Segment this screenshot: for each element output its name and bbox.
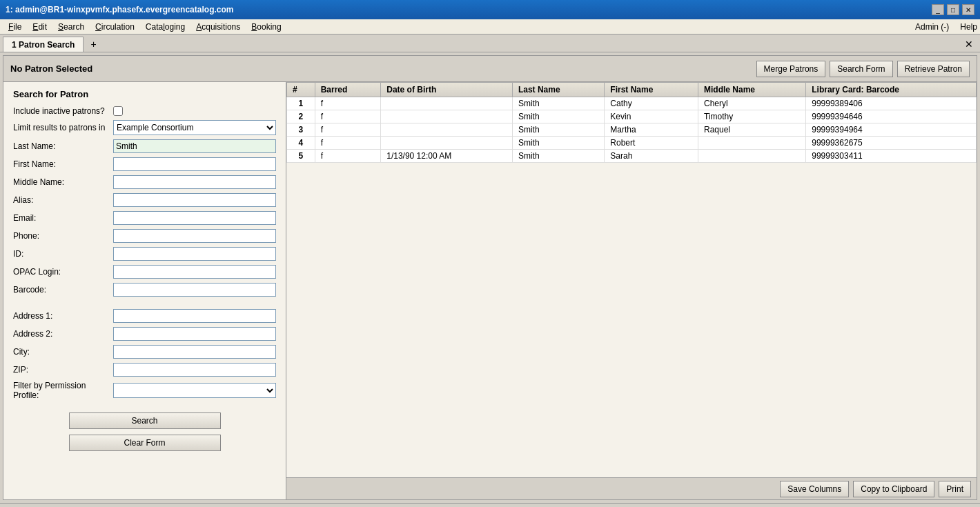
cell-middlename: Timothy [698, 110, 806, 123]
cell-barcode: 99999394964 [806, 123, 977, 137]
clear-form-button[interactable]: Clear Form [69, 435, 221, 451]
cell-barred: f [315, 150, 381, 163]
last-name-input[interactable] [113, 139, 276, 153]
tab-add-button[interactable]: + [85, 37, 101, 51]
cell-barred: f [315, 97, 381, 110]
alias-label: Alias: [13, 195, 113, 205]
admin-label[interactable]: Admin (-) [915, 22, 949, 32]
table-row[interactable]: 2 f Smith Kevin Timothy 99999394646 [287, 110, 977, 123]
menu-circulation[interactable]: Circulation [90, 21, 140, 32]
search-form-button[interactable]: Search Form [830, 61, 892, 77]
table-row[interactable]: 4 f Smith Robert 99999362675 [287, 137, 977, 150]
cell-firstname: Cathy [605, 97, 698, 110]
last-name-label: Last Name: [13, 141, 113, 151]
search-button[interactable]: Search [69, 412, 221, 429]
close-button[interactable]: ✕ [962, 4, 974, 15]
zip-row: ZIP: [13, 363, 276, 377]
results-table-container: # Barred Date of Birth Last Name First N… [286, 82, 977, 477]
retrieve-patron-button[interactable]: Retrieve Patron [897, 61, 970, 77]
middle-name-input[interactable] [113, 175, 276, 189]
zip-label: ZIP: [13, 365, 113, 375]
menu-booking[interactable]: Booking [246, 21, 286, 32]
menu-acquisitions[interactable]: Acquisitions [190, 21, 246, 32]
address2-label: Address 2: [13, 329, 113, 339]
phone-label: Phone: [13, 231, 113, 241]
cell-dob [381, 110, 513, 123]
cell-barcode: 99999389406 [806, 97, 977, 110]
results-table: # Barred Date of Birth Last Name First N… [286, 82, 977, 163]
zip-input[interactable] [113, 363, 276, 377]
menu-cataloging[interactable]: Cataloging [140, 21, 190, 32]
header-bar: No Patron Selected Merge Patrons Search … [3, 56, 977, 82]
help-label[interactable]: Help [960, 22, 977, 32]
cell-lastname: Smith [512, 137, 604, 150]
col-middlename: Middle Name [698, 83, 806, 97]
id-input[interactable] [113, 247, 276, 261]
email-row: Email: [13, 211, 276, 225]
cell-firstname: Kevin [605, 110, 698, 123]
include-inactive-checkbox[interactable] [113, 106, 123, 116]
opac-login-label: OPAC Login: [13, 267, 113, 277]
table-row[interactable]: 5 f 1/13/90 12:00 AM Smith Sarah 9999930… [287, 150, 977, 163]
col-lastname: Last Name [512, 83, 604, 97]
cell-barcode: 99999362675 [806, 137, 977, 150]
limit-results-label: Limit results to patrons in [13, 123, 113, 132]
table-row[interactable]: 1 f Smith Cathy Cheryl 99999389406 [287, 97, 977, 110]
address2-input[interactable] [113, 327, 276, 341]
phone-input[interactable] [113, 229, 276, 243]
cell-barcode: 99999303411 [806, 150, 977, 163]
body-area: Search for Patron Include inactive patro… [3, 82, 977, 499]
no-patron-label: No Patron Selected [10, 63, 92, 74]
cell-lastname: Smith [512, 150, 604, 163]
first-name-input[interactable] [113, 157, 276, 171]
table-row[interactable]: 3 f Smith Martha Raquel 99999394964 [287, 123, 977, 137]
address1-label: Address 1: [13, 311, 113, 321]
middle-name-row: Middle Name: [13, 175, 276, 189]
tab-patron-search[interactable]: 1 Patron Search [3, 37, 84, 52]
filter-permission-select[interactable] [113, 383, 276, 398]
merge-patrons-button[interactable]: Merge Patrons [756, 61, 826, 77]
id-label: ID: [13, 249, 113, 259]
status-bar [0, 503, 980, 507]
limit-results-select[interactable]: Example Consortium [113, 120, 276, 135]
alias-input[interactable] [113, 193, 276, 207]
tab-bar: 1 Patron Search + ✕ [0, 34, 980, 52]
cell-dob [381, 137, 513, 150]
maximize-button[interactable]: □ [947, 4, 959, 15]
window-close-icon[interactable]: ✕ [961, 39, 977, 50]
cell-middlename: Cheryl [698, 97, 806, 110]
save-columns-button[interactable]: Save Columns [780, 481, 849, 497]
main-content: No Patron Selected Merge Patrons Search … [3, 55, 977, 500]
col-dob: Date of Birth [381, 83, 513, 97]
header-buttons: Merge Patrons Search Form Retrieve Patro… [756, 61, 970, 77]
cell-firstname: Sarah [605, 150, 698, 163]
opac-login-input[interactable] [113, 265, 276, 279]
menu-search[interactable]: Search [52, 21, 90, 32]
cell-num: 4 [287, 137, 315, 150]
address1-input[interactable] [113, 309, 276, 323]
copy-clipboard-button[interactable]: Copy to Clipboard [853, 481, 934, 497]
cell-dob: 1/13/90 12:00 AM [381, 150, 513, 163]
barcode-input[interactable] [113, 283, 276, 297]
minimize-button[interactable]: _ [932, 4, 944, 15]
cell-lastname: Smith [512, 110, 604, 123]
cell-num: 2 [287, 110, 315, 123]
menu-file[interactable]: File [3, 21, 27, 32]
email-input[interactable] [113, 211, 276, 225]
city-input[interactable] [113, 345, 276, 359]
cell-barred: f [315, 137, 381, 150]
search-panel-title: Search for Patron [13, 89, 276, 99]
barcode-label: Barcode: [13, 285, 113, 295]
admin-area: Admin (-) Help [915, 22, 977, 32]
print-button[interactable]: Print [939, 481, 971, 497]
filter-permission-label: Filter by Permission Profile: [13, 381, 113, 400]
results-tbody: 1 f Smith Cathy Cheryl 99999389406 2 f S… [287, 97, 977, 163]
alias-row: Alias: [13, 193, 276, 207]
last-name-row: Last Name: [13, 139, 276, 153]
search-panel: Search for Patron Include inactive patro… [3, 82, 286, 499]
title-bar-controls[interactable]: _ □ ✕ [932, 4, 974, 15]
menu-edit[interactable]: Edit [27, 21, 52, 32]
phone-row: Phone: [13, 229, 276, 243]
title-bar: 1: admin@BR1-winxpvmfx.phasefx.evergreen… [0, 0, 980, 19]
cell-num: 3 [287, 123, 315, 137]
